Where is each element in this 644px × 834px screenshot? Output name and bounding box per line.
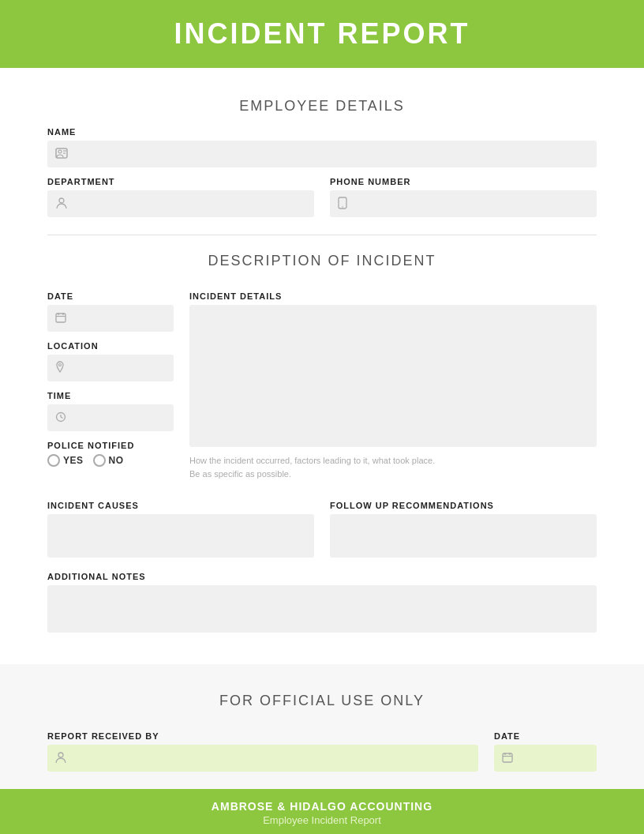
police-yes-option[interactable]: YES <box>47 454 84 467</box>
official-date-label: DATE <box>494 731 597 741</box>
location-label: LOCATION <box>47 341 174 351</box>
official-date-icon <box>502 752 513 765</box>
incident-left: DATE LOCATION <box>47 282 174 480</box>
dept-phone-row: DEPARTMENT PHONE NUMBER <box>47 167 597 217</box>
official-section: FOR OFFICIAL USE ONLY REPORT RECEIVED BY… <box>0 664 644 789</box>
department-label: DEPARTMENT <box>47 177 314 186</box>
name-icon <box>55 148 68 161</box>
report-received-input[interactable] <box>47 745 478 772</box>
incident-section: DESCRIPTION OF INCIDENT DATE <box>47 235 597 636</box>
employee-details-title: EMPLOYEE DETAILS <box>47 98 597 115</box>
date-icon <box>55 312 66 325</box>
location-input[interactable] <box>47 355 174 381</box>
phone-icon <box>338 197 347 212</box>
footer: AMBROSE & HIDALGO ACCOUNTING Employee In… <box>0 789 644 834</box>
additional-notes-textarea[interactable] <box>47 585 597 633</box>
svg-point-11 <box>59 363 62 366</box>
location-icon <box>55 361 65 376</box>
svg-rect-7 <box>56 314 66 322</box>
svg-line-14 <box>61 417 63 419</box>
main-content: EMPLOYEE DETAILS NAME DEPARTMENT <box>0 68 644 664</box>
department-input[interactable] <box>47 190 314 217</box>
official-date-group: DATE <box>494 722 597 772</box>
department-icon <box>55 197 68 212</box>
additional-notes-label: ADDITIONAL NOTES <box>47 572 597 581</box>
report-received-icon <box>55 751 66 766</box>
official-layout: REPORT RECEIVED BY DATE <box>47 722 597 772</box>
name-label: NAME <box>47 127 597 137</box>
police-no-radio[interactable] <box>93 454 106 467</box>
police-radio-group: YES NO <box>47 454 174 467</box>
incident-layout: DATE LOCATION <box>47 282 597 480</box>
official-title: FOR OFFICIAL USE ONLY <box>47 693 597 709</box>
name-input[interactable] <box>47 141 597 167</box>
incident-right: INCIDENT DETAILS How the incident occurr… <box>189 282 597 480</box>
incident-details-hint: How the incident occurred, factors leadi… <box>189 454 597 480</box>
incident-details-label: INCIDENT DETAILS <box>189 291 597 301</box>
svg-point-15 <box>58 753 63 757</box>
official-date-input[interactable] <box>494 745 597 772</box>
incident-causes-label: INCIDENT CAUSES <box>47 501 314 510</box>
svg-point-4 <box>59 198 64 203</box>
footer-subtitle: Employee Incident Report <box>0 814 644 826</box>
date-input[interactable] <box>47 305 174 332</box>
incident-details-textarea[interactable] <box>189 305 597 447</box>
police-no-option[interactable]: NO <box>93 454 124 467</box>
report-received-label: REPORT RECEIVED BY <box>47 731 478 741</box>
date-label: DATE <box>47 291 174 301</box>
causes-followup-row: INCIDENT CAUSES FOLLOW UP RECOMMENDATION… <box>47 491 597 561</box>
svg-point-6 <box>342 206 343 208</box>
incident-title: DESCRIPTION OF INCIDENT <box>47 253 597 269</box>
phone-input[interactable] <box>330 190 597 217</box>
svg-point-1 <box>58 150 62 153</box>
follow-up-textarea[interactable] <box>330 514 597 558</box>
police-no-label: NO <box>109 455 124 466</box>
time-input[interactable] <box>47 404 174 431</box>
time-label: TIME <box>47 391 174 400</box>
department-group: DEPARTMENT <box>47 167 314 217</box>
phone-label: PHONE NUMBER <box>330 177 597 186</box>
additional-notes-group: ADDITIONAL NOTES <box>47 572 597 636</box>
page-title: INCIDENT REPORT <box>0 17 644 51</box>
phone-group: PHONE NUMBER <box>330 167 597 217</box>
police-notified-label: POLICE NOTIFIED <box>47 441 174 450</box>
police-yes-label: YES <box>63 455 84 466</box>
company-name: AMBROSE & HIDALGO ACCOUNTING <box>0 800 644 813</box>
follow-up-group: FOLLOW UP RECOMMENDATIONS <box>330 491 597 561</box>
header: INCIDENT REPORT <box>0 0 644 68</box>
incident-causes-textarea[interactable] <box>47 514 314 558</box>
report-received-group: REPORT RECEIVED BY <box>47 722 478 772</box>
svg-rect-16 <box>503 753 512 762</box>
police-yes-radio[interactable] <box>47 454 60 467</box>
time-icon <box>55 411 66 425</box>
incident-causes-group: INCIDENT CAUSES <box>47 491 314 561</box>
follow-up-label: FOLLOW UP RECOMMENDATIONS <box>330 501 597 510</box>
